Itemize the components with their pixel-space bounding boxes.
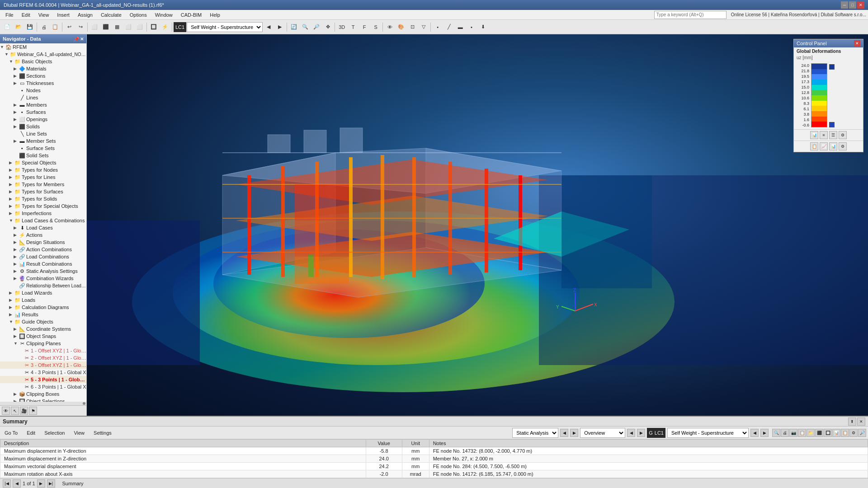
- tree-clip-2[interactable]: ▶ ✂ 2 - Offset XYZ | 1 - Global X: [0, 354, 86, 361]
- scale-icon-1[interactable]: 📊: [810, 131, 818, 139]
- analysis-type-combo[interactable]: Static Analysis: [512, 428, 558, 438]
- tree-clip-5[interactable]: ▶ ✂ 5 - 3 Points | 1 - Global XYZ: [0, 376, 86, 383]
- menu-view[interactable]: View: [35, 11, 53, 19]
- render-btn-2[interactable]: ⚡: [160, 22, 170, 33]
- tree-clip-3[interactable]: ▶ ✂ 3 - Offset XYZ | 1 - Global X: [0, 361, 86, 369]
- lc-prev-btn[interactable]: ◀: [263, 22, 274, 33]
- nav-scroll-indicator[interactable]: [83, 402, 85, 405]
- view-side-btn[interactable]: S: [370, 22, 381, 33]
- nav-icon-cursor[interactable]: ↖: [11, 407, 19, 415]
- tree-member-sets[interactable]: ▶ ▬ Member Sets: [0, 137, 86, 145]
- view-btn-2[interactable]: ⬛: [100, 22, 111, 33]
- tree-materials[interactable]: ▶ 🔷 Materials: [0, 65, 86, 72]
- tree-clip-4[interactable]: ▶ ✂ 4 - 3 Points | 1 - Global X: [0, 369, 86, 376]
- tree-basic-objects[interactable]: ▼ 📁 Basic Objects: [0, 58, 86, 65]
- pan-btn[interactable]: ✥: [322, 22, 333, 33]
- nav-close-btn[interactable]: ✕: [80, 37, 84, 42]
- save-btn[interactable]: 💾: [24, 22, 35, 33]
- tree-rfem[interactable]: ▼ 🏠 RFEM: [0, 43, 86, 51]
- tree-action-combinations[interactable]: ▶ 🔗 Action Combinations: [0, 246, 86, 253]
- surface-btn[interactable]: ▪: [466, 22, 477, 33]
- tree-actions[interactable]: ▶ ⚡ Actions: [0, 231, 86, 239]
- menu-window[interactable]: Window: [151, 11, 176, 19]
- bottom-edit-btn[interactable]: Edit: [24, 429, 38, 436]
- tree-members[interactable]: ▶ ▬ Members: [0, 101, 86, 108]
- line-btn[interactable]: ╱: [443, 22, 454, 33]
- tree-model[interactable]: ▼ 📁 Webinar_GA-1_all-updated_NO-resul: [0, 51, 86, 58]
- search-input[interactable]: [654, 11, 726, 19]
- window-controls[interactable]: ─ □ ✕: [841, 1, 864, 9]
- bottom-float-btn[interactable]: ⬆: [848, 418, 856, 426]
- scale-icon-2[interactable]: ≡: [820, 131, 828, 139]
- tree-special-objects[interactable]: ▶ 📁 Special Objects: [0, 159, 86, 166]
- result-btn-7[interactable]: 🔲: [824, 429, 832, 437]
- menu-options[interactable]: Options: [126, 11, 151, 19]
- bottom-next-btn[interactable]: ▶: [570, 429, 578, 437]
- tree-load-cases-combinations[interactable]: ▼ 📁 Load Cases & Combinations: [0, 217, 86, 224]
- view-btn-5[interactable]: ⬜: [134, 22, 145, 33]
- bottom-settings-btn[interactable]: Settings: [91, 429, 114, 436]
- nav-icon-eye[interactable]: 👁: [2, 407, 10, 415]
- lc-combo[interactable]: Self Weight - Superstructure: [187, 22, 263, 32]
- menu-calculate[interactable]: Calculate: [97, 11, 125, 19]
- view-btn-1[interactable]: ⬜: [89, 22, 100, 33]
- view-btn-3[interactable]: ▦: [112, 22, 123, 33]
- tree-calc-diagrams[interactable]: ▶ 📁 Calculation Diagrams: [0, 304, 86, 311]
- tree-surface-sets[interactable]: ▶ ▪ Surface Sets: [0, 145, 86, 152]
- tree-types-members[interactable]: ▶ 📁 Types for Members: [0, 181, 86, 188]
- tree-lines[interactable]: ▶ ╱ Lines: [0, 94, 86, 101]
- tree-openings[interactable]: ▶ ⬜ Openings: [0, 116, 86, 123]
- overview-prev-btn[interactable]: ◀: [627, 429, 635, 437]
- result-btn-1[interactable]: 🔍: [772, 429, 780, 437]
- tree-object-snaps[interactable]: ▶ 🔲 Object Snaps: [0, 333, 86, 340]
- tree-loads[interactable]: ▶ 📁 Loads: [0, 296, 86, 304]
- tree-relationship[interactable]: ▶ 🔗 Relationship Between Load C...: [0, 282, 86, 289]
- page-next-btn[interactable]: ▶: [37, 479, 45, 488]
- result-btn-8[interactable]: 📊: [832, 429, 840, 437]
- close-btn[interactable]: ✕: [857, 1, 864, 9]
- bottom-lc-prev[interactable]: ◀: [750, 429, 759, 437]
- tree-combination-wizards[interactable]: ▶ 🔮 Combination Wizards: [0, 275, 86, 282]
- bottom-goto-btn[interactable]: Go To: [2, 429, 20, 436]
- nav-icon-video[interactable]: 🎥: [20, 407, 28, 415]
- tree-static-settings[interactable]: ▶ ⚙ Static Analysis Settings: [0, 267, 86, 275]
- page-prev-btn[interactable]: ◀: [13, 479, 21, 488]
- redo-btn[interactable]: ↪: [75, 22, 86, 33]
- scale-icon-5[interactable]: 📋: [810, 142, 818, 150]
- render-btn-1[interactable]: 🔲: [148, 22, 159, 33]
- menu-file[interactable]: File: [2, 11, 17, 19]
- menu-cadbim[interactable]: CAD-BIM: [177, 11, 205, 19]
- tree-types-surfaces[interactable]: ▶ 📁 Types for Surfaces: [0, 188, 86, 195]
- result-btn-4[interactable]: 📋: [798, 429, 806, 437]
- tree-clipping-boxes[interactable]: ▶ 📦 Clipping Boxes: [0, 390, 86, 398]
- scale-icon-6[interactable]: 📈: [820, 142, 828, 150]
- menu-help[interactable]: Help: [206, 11, 224, 19]
- result-btn-2[interactable]: 🖨: [781, 429, 789, 437]
- nav-pin-btn[interactable]: 📌: [74, 37, 79, 42]
- result-btn-11[interactable]: 🔎: [858, 429, 866, 437]
- bottom-prev-btn[interactable]: ◀: [560, 429, 568, 437]
- tree-clip-6[interactable]: ▶ ✂ 6 - 3 Points | 1 - Global X: [0, 383, 86, 390]
- filter-btn[interactable]: ▽: [418, 22, 429, 33]
- bottom-lc-combo[interactable]: Self Weight - Superstructure: [667, 428, 749, 438]
- view-top-btn[interactable]: T: [348, 22, 359, 33]
- select-btn[interactable]: ⊡: [407, 22, 418, 33]
- zoom-out-btn[interactable]: 🔎: [311, 22, 322, 33]
- bottom-selection-btn[interactable]: Selection: [42, 429, 67, 436]
- control-panel-close-btn[interactable]: ✕: [854, 40, 860, 47]
- tree-types-solids[interactable]: ▶ 📁 Types for Solids: [0, 195, 86, 202]
- tree-load-cases[interactable]: ▶ ⬇ Load Cases: [0, 224, 86, 231]
- bottom-view-btn[interactable]: View: [71, 429, 87, 436]
- rotate-btn[interactable]: 🔄: [288, 22, 299, 33]
- tree-sections[interactable]: ▶ ⬛ Sections: [0, 72, 86, 80]
- overview-combo[interactable]: Overview: [580, 428, 625, 438]
- tree-guide-objects[interactable]: ▼ 📁 Guide Objects: [0, 318, 86, 325]
- maximize-btn[interactable]: □: [849, 1, 856, 9]
- menu-insert[interactable]: Insert: [53, 11, 73, 19]
- tree-thicknesses[interactable]: ▶ ▭ Thicknesses: [0, 80, 86, 87]
- overview-next-btn[interactable]: ▶: [637, 429, 645, 437]
- undo-btn[interactable]: ↩: [64, 22, 75, 33]
- menu-edit[interactable]: Edit: [18, 11, 34, 19]
- tree-coord-systems[interactable]: ▶ 📐 Coordinate Systems: [0, 325, 86, 333]
- tree-results[interactable]: ▶ 📊 Results: [0, 311, 86, 318]
